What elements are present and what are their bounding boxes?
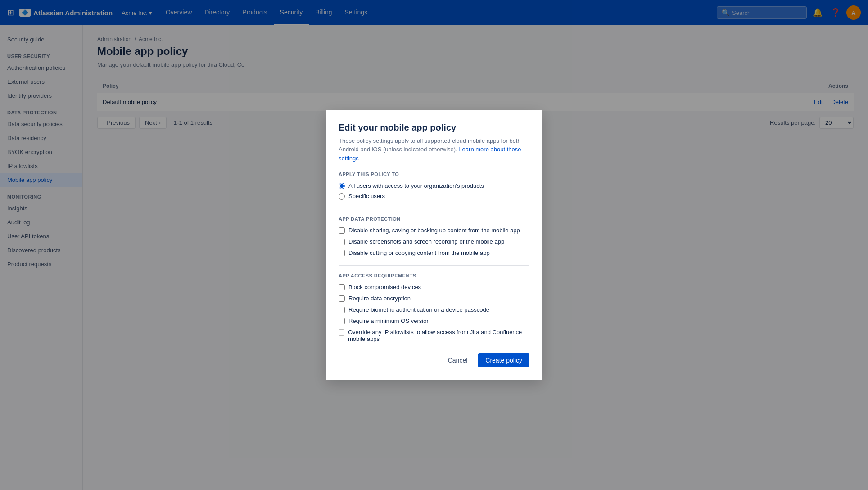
checkbox-disable-cutting-input[interactable] (339, 250, 345, 256)
checkbox-require-biometric[interactable]: Require biometric authentication or a de… (339, 306, 529, 313)
modal-footer: Cancel Create policy (339, 353, 529, 368)
radio-all-users[interactable]: All users with access to your organizati… (339, 182, 529, 189)
checkbox-override-ip-label: Override any IP allowlists to allow acce… (348, 329, 529, 342)
checkbox-require-min-os-input[interactable] (339, 318, 345, 324)
modal-overlay: Edit your mobile app policy These policy… (0, 0, 868, 490)
checkbox-disable-screenshots[interactable]: Disable screenshots and screen recording… (339, 238, 529, 245)
checkbox-block-compromised-input[interactable] (339, 284, 345, 290)
radio-specific-users-label: Specific users (348, 193, 385, 200)
checkbox-block-compromised[interactable]: Block compromised devices (339, 284, 529, 290)
checkbox-override-ip-input[interactable] (339, 329, 344, 336)
checkbox-require-min-os-label: Require a minimum OS version (348, 318, 430, 324)
radio-specific-users[interactable]: Specific users (339, 193, 529, 200)
checkbox-disable-sharing-input[interactable] (339, 227, 345, 234)
checkbox-disable-sharing[interactable]: Disable sharing, saving or backing up co… (339, 227, 529, 234)
checkbox-require-biometric-label: Require biometric authentication or a de… (348, 306, 489, 313)
checkbox-require-encryption[interactable]: Require data encryption (339, 295, 529, 302)
radio-all-users-input[interactable] (339, 183, 345, 189)
modal-title: Edit your mobile app policy (339, 122, 529, 133)
create-policy-button[interactable]: Create policy (478, 353, 529, 368)
app-data-checkboxes: Disable sharing, saving or backing up co… (339, 227, 529, 256)
checkbox-require-encryption-input[interactable] (339, 295, 345, 302)
radio-all-users-label: All users with access to your organizati… (348, 182, 484, 189)
checkbox-require-min-os[interactable]: Require a minimum OS version (339, 318, 529, 324)
checkbox-block-compromised-label: Block compromised devices (348, 284, 421, 290)
modal-subtitle: These policy settings apply to all suppo… (339, 136, 529, 163)
checkbox-require-encryption-label: Require data encryption (348, 295, 411, 302)
apply-radio-group: All users with access to your organizati… (339, 182, 529, 200)
checkbox-disable-screenshots-input[interactable] (339, 239, 345, 245)
apply-section-label: Apply this policy to (339, 172, 529, 177)
cancel-button[interactable]: Cancel (441, 353, 475, 368)
modal: Edit your mobile app policy These policy… (326, 110, 542, 381)
checkbox-require-biometric-input[interactable] (339, 307, 345, 313)
checkbox-override-ip[interactable]: Override any IP allowlists to allow acce… (339, 329, 529, 342)
app-data-protection-label: App data protection (339, 216, 529, 222)
app-access-checkboxes: Block compromised devices Require data e… (339, 284, 529, 342)
divider-1 (339, 209, 529, 209)
checkbox-disable-screenshots-label: Disable screenshots and screen recording… (348, 238, 504, 245)
checkbox-disable-cutting-label: Disable cutting or copying content from … (348, 250, 490, 256)
radio-specific-users-input[interactable] (339, 193, 345, 200)
checkbox-disable-sharing-label: Disable sharing, saving or backing up co… (348, 227, 520, 234)
divider-2 (339, 265, 529, 266)
app-access-label: App access requirements (339, 273, 529, 278)
checkbox-disable-cutting[interactable]: Disable cutting or copying content from … (339, 250, 529, 256)
